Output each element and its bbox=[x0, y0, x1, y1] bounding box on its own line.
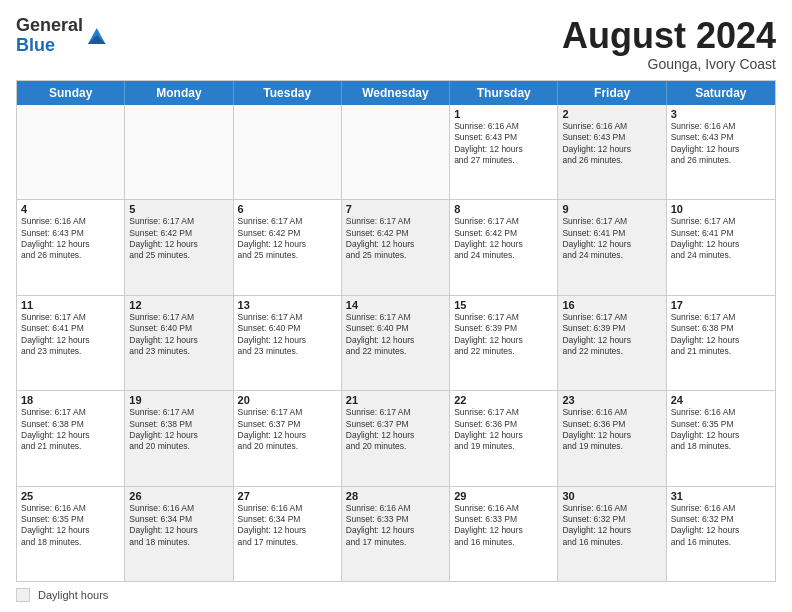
title-block: August 2024 Gounga, Ivory Coast bbox=[562, 16, 776, 72]
day-number: 1 bbox=[454, 108, 553, 120]
calendar-cell: 4Sunrise: 6:16 AM Sunset: 6:43 PM Daylig… bbox=[17, 200, 125, 294]
day-info: Sunrise: 6:17 AM Sunset: 6:40 PM Dayligh… bbox=[346, 312, 445, 358]
month-title: August 2024 bbox=[562, 16, 776, 56]
day-info: Sunrise: 6:17 AM Sunset: 6:42 PM Dayligh… bbox=[238, 216, 337, 262]
calendar-cell: 16Sunrise: 6:17 AM Sunset: 6:39 PM Dayli… bbox=[558, 296, 666, 390]
day-info: Sunrise: 6:16 AM Sunset: 6:43 PM Dayligh… bbox=[454, 121, 553, 167]
day-number: 16 bbox=[562, 299, 661, 311]
calendar-row-0: 1Sunrise: 6:16 AM Sunset: 6:43 PM Daylig… bbox=[17, 105, 775, 199]
day-number: 8 bbox=[454, 203, 553, 215]
day-number: 5 bbox=[129, 203, 228, 215]
calendar-cell: 20Sunrise: 6:17 AM Sunset: 6:37 PM Dayli… bbox=[234, 391, 342, 485]
footer: Daylight hours bbox=[16, 588, 776, 602]
day-number: 7 bbox=[346, 203, 445, 215]
calendar-cell: 29Sunrise: 6:16 AM Sunset: 6:33 PM Dayli… bbox=[450, 487, 558, 581]
day-number: 2 bbox=[562, 108, 661, 120]
day-number: 10 bbox=[671, 203, 771, 215]
calendar-cell: 23Sunrise: 6:16 AM Sunset: 6:36 PM Dayli… bbox=[558, 391, 666, 485]
calendar-cell: 14Sunrise: 6:17 AM Sunset: 6:40 PM Dayli… bbox=[342, 296, 450, 390]
day-number: 31 bbox=[671, 490, 771, 502]
calendar-cell: 9Sunrise: 6:17 AM Sunset: 6:41 PM Daylig… bbox=[558, 200, 666, 294]
shaded-legend-box bbox=[16, 588, 30, 602]
day-number: 25 bbox=[21, 490, 120, 502]
day-info: Sunrise: 6:17 AM Sunset: 6:39 PM Dayligh… bbox=[454, 312, 553, 358]
header-day-wednesday: Wednesday bbox=[342, 81, 450, 105]
calendar-cell: 1Sunrise: 6:16 AM Sunset: 6:43 PM Daylig… bbox=[450, 105, 558, 199]
day-info: Sunrise: 6:17 AM Sunset: 6:36 PM Dayligh… bbox=[454, 407, 553, 453]
calendar-cell: 25Sunrise: 6:16 AM Sunset: 6:35 PM Dayli… bbox=[17, 487, 125, 581]
day-info: Sunrise: 6:16 AM Sunset: 6:33 PM Dayligh… bbox=[346, 503, 445, 549]
day-info: Sunrise: 6:17 AM Sunset: 6:41 PM Dayligh… bbox=[671, 216, 771, 262]
day-number: 9 bbox=[562, 203, 661, 215]
day-number: 22 bbox=[454, 394, 553, 406]
day-info: Sunrise: 6:16 AM Sunset: 6:35 PM Dayligh… bbox=[671, 407, 771, 453]
day-number: 30 bbox=[562, 490, 661, 502]
day-number: 3 bbox=[671, 108, 771, 120]
day-number: 20 bbox=[238, 394, 337, 406]
day-info: Sunrise: 6:17 AM Sunset: 6:40 PM Dayligh… bbox=[238, 312, 337, 358]
day-info: Sunrise: 6:16 AM Sunset: 6:36 PM Dayligh… bbox=[562, 407, 661, 453]
day-info: Sunrise: 6:17 AM Sunset: 6:41 PM Dayligh… bbox=[21, 312, 120, 358]
header: General Blue August 2024 Gounga, Ivory C… bbox=[16, 16, 776, 72]
day-info: Sunrise: 6:17 AM Sunset: 6:38 PM Dayligh… bbox=[21, 407, 120, 453]
calendar-cell: 15Sunrise: 6:17 AM Sunset: 6:39 PM Dayli… bbox=[450, 296, 558, 390]
calendar: SundayMondayTuesdayWednesdayThursdayFrid… bbox=[16, 80, 776, 582]
day-info: Sunrise: 6:16 AM Sunset: 6:32 PM Dayligh… bbox=[671, 503, 771, 549]
day-info: Sunrise: 6:16 AM Sunset: 6:32 PM Dayligh… bbox=[562, 503, 661, 549]
calendar-cell bbox=[125, 105, 233, 199]
header-day-thursday: Thursday bbox=[450, 81, 558, 105]
day-info: Sunrise: 6:16 AM Sunset: 6:33 PM Dayligh… bbox=[454, 503, 553, 549]
day-info: Sunrise: 6:17 AM Sunset: 6:42 PM Dayligh… bbox=[454, 216, 553, 262]
calendar-cell: 3Sunrise: 6:16 AM Sunset: 6:43 PM Daylig… bbox=[667, 105, 775, 199]
calendar-cell: 21Sunrise: 6:17 AM Sunset: 6:37 PM Dayli… bbox=[342, 391, 450, 485]
calendar-cell: 8Sunrise: 6:17 AM Sunset: 6:42 PM Daylig… bbox=[450, 200, 558, 294]
calendar-row-2: 11Sunrise: 6:17 AM Sunset: 6:41 PM Dayli… bbox=[17, 295, 775, 390]
day-info: Sunrise: 6:17 AM Sunset: 6:42 PM Dayligh… bbox=[346, 216, 445, 262]
day-number: 27 bbox=[238, 490, 337, 502]
day-info: Sunrise: 6:17 AM Sunset: 6:41 PM Dayligh… bbox=[562, 216, 661, 262]
logo: General Blue bbox=[16, 16, 107, 56]
day-info: Sunrise: 6:17 AM Sunset: 6:42 PM Dayligh… bbox=[129, 216, 228, 262]
day-number: 4 bbox=[21, 203, 120, 215]
calendar-row-4: 25Sunrise: 6:16 AM Sunset: 6:35 PM Dayli… bbox=[17, 486, 775, 581]
calendar-cell bbox=[234, 105, 342, 199]
calendar-cell: 26Sunrise: 6:16 AM Sunset: 6:34 PM Dayli… bbox=[125, 487, 233, 581]
calendar-cell: 2Sunrise: 6:16 AM Sunset: 6:43 PM Daylig… bbox=[558, 105, 666, 199]
calendar-cell: 31Sunrise: 6:16 AM Sunset: 6:32 PM Dayli… bbox=[667, 487, 775, 581]
day-number: 21 bbox=[346, 394, 445, 406]
calendar-cell: 5Sunrise: 6:17 AM Sunset: 6:42 PM Daylig… bbox=[125, 200, 233, 294]
calendar-cell: 6Sunrise: 6:17 AM Sunset: 6:42 PM Daylig… bbox=[234, 200, 342, 294]
header-day-tuesday: Tuesday bbox=[234, 81, 342, 105]
calendar-cell: 28Sunrise: 6:16 AM Sunset: 6:33 PM Dayli… bbox=[342, 487, 450, 581]
day-info: Sunrise: 6:16 AM Sunset: 6:34 PM Dayligh… bbox=[238, 503, 337, 549]
calendar-cell: 12Sunrise: 6:17 AM Sunset: 6:40 PM Dayli… bbox=[125, 296, 233, 390]
calendar-cell bbox=[342, 105, 450, 199]
footer-label: Daylight hours bbox=[38, 589, 108, 601]
calendar-header: SundayMondayTuesdayWednesdayThursdayFrid… bbox=[17, 81, 775, 105]
day-info: Sunrise: 6:17 AM Sunset: 6:39 PM Dayligh… bbox=[562, 312, 661, 358]
calendar-cell: 30Sunrise: 6:16 AM Sunset: 6:32 PM Dayli… bbox=[558, 487, 666, 581]
header-day-saturday: Saturday bbox=[667, 81, 775, 105]
calendar-cell: 22Sunrise: 6:17 AM Sunset: 6:36 PM Dayli… bbox=[450, 391, 558, 485]
calendar-cell: 24Sunrise: 6:16 AM Sunset: 6:35 PM Dayli… bbox=[667, 391, 775, 485]
day-number: 19 bbox=[129, 394, 228, 406]
page: General Blue August 2024 Gounga, Ivory C… bbox=[0, 0, 792, 612]
day-info: Sunrise: 6:17 AM Sunset: 6:37 PM Dayligh… bbox=[346, 407, 445, 453]
calendar-cell: 17Sunrise: 6:17 AM Sunset: 6:38 PM Dayli… bbox=[667, 296, 775, 390]
day-number: 6 bbox=[238, 203, 337, 215]
day-number: 26 bbox=[129, 490, 228, 502]
day-info: Sunrise: 6:17 AM Sunset: 6:38 PM Dayligh… bbox=[671, 312, 771, 358]
header-day-sunday: Sunday bbox=[17, 81, 125, 105]
day-number: 13 bbox=[238, 299, 337, 311]
location: Gounga, Ivory Coast bbox=[562, 56, 776, 72]
day-number: 28 bbox=[346, 490, 445, 502]
logo-text: General Blue bbox=[16, 16, 83, 56]
calendar-cell: 18Sunrise: 6:17 AM Sunset: 6:38 PM Dayli… bbox=[17, 391, 125, 485]
day-number: 18 bbox=[21, 394, 120, 406]
day-number: 17 bbox=[671, 299, 771, 311]
day-number: 15 bbox=[454, 299, 553, 311]
day-info: Sunrise: 6:16 AM Sunset: 6:43 PM Dayligh… bbox=[21, 216, 120, 262]
calendar-cell: 11Sunrise: 6:17 AM Sunset: 6:41 PM Dayli… bbox=[17, 296, 125, 390]
calendar-cell bbox=[17, 105, 125, 199]
day-number: 11 bbox=[21, 299, 120, 311]
